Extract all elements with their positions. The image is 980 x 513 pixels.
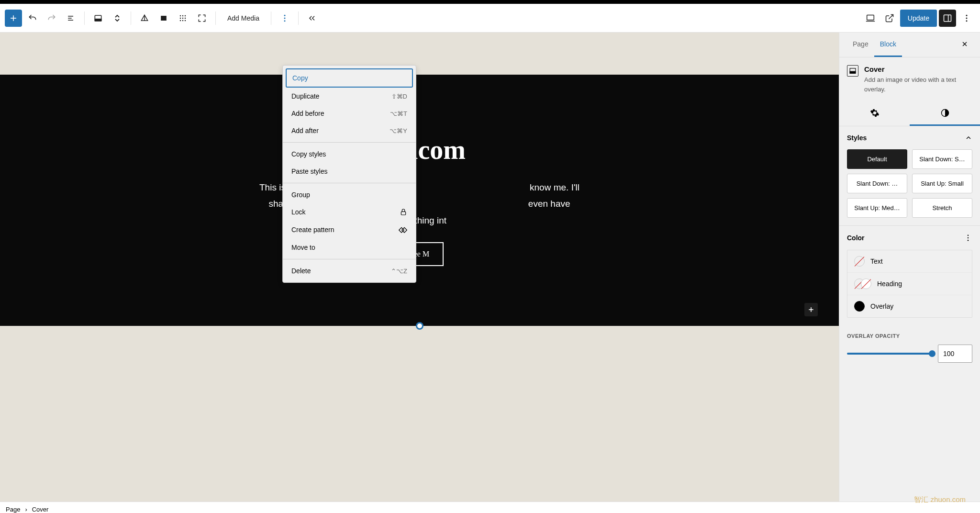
- styles-heading[interactable]: Styles: [839, 126, 980, 149]
- color-section: Color Text Heading Overlay: [839, 226, 980, 325]
- align-icon: [140, 13, 149, 23]
- ctx-duplicate[interactable]: Duplicate⇧⌘D: [286, 88, 413, 105]
- chevron-down-icon: [114, 18, 120, 22]
- black-swatch-icon: [854, 301, 865, 312]
- content-position-button[interactable]: [155, 10, 172, 27]
- svg-rect-8: [161, 16, 167, 21]
- view-page-button[interactable]: [881, 10, 898, 27]
- add-block-button[interactable]: [5, 10, 22, 27]
- breadcrumb: Page › Cover: [0, 502, 980, 513]
- ctx-group[interactable]: Group: [286, 186, 413, 203]
- ctx-create-pattern[interactable]: Create pattern: [286, 221, 413, 239]
- align-button[interactable]: [136, 10, 153, 27]
- mode-styles[interactable]: [910, 101, 980, 126]
- ctx-copy-styles[interactable]: Copy styles: [286, 145, 413, 163]
- settings-toggle-button[interactable]: [939, 10, 956, 27]
- dots-vertical-icon[interactable]: [964, 234, 972, 242]
- style-default[interactable]: Default: [847, 149, 907, 169]
- main-more-button[interactable]: [958, 10, 975, 27]
- list-view-button[interactable]: [62, 10, 79, 27]
- cover-block[interactable]: Welcom This is my little home away fronk…: [0, 75, 839, 326]
- collapse-button[interactable]: [303, 10, 321, 27]
- divider: [84, 11, 85, 25]
- divider: [215, 11, 216, 25]
- toggle-full-button[interactable]: [174, 10, 191, 27]
- breadcrumb-current[interactable]: Cover: [32, 506, 49, 513]
- undo-button[interactable]: [24, 10, 41, 27]
- overlay-opacity-section: OVERLAY OPACITY: [839, 325, 980, 370]
- lock-icon: [400, 208, 407, 216]
- svg-point-19: [284, 17, 285, 19]
- watermark: 智汇 zhuon.com: [914, 495, 966, 504]
- plus-icon: [9, 13, 18, 23]
- tab-page[interactable]: Page: [847, 33, 874, 57]
- sidebar-icon: [943, 13, 952, 23]
- plus-icon: [807, 306, 815, 313]
- ctx-add-before[interactable]: Add before⌥⌘T: [286, 105, 413, 122]
- ctx-add-after[interactable]: Add after⌥⌘Y: [286, 122, 413, 139]
- more-options-button[interactable]: [276, 10, 293, 27]
- editor-canvas[interactable]: Welcom This is my little home away fronk…: [0, 33, 839, 502]
- settings-sidebar: Page Block Cover Add an image or video w…: [839, 33, 980, 502]
- fullscreen-button[interactable]: [193, 10, 211, 27]
- cover-block-button[interactable]: [89, 10, 107, 27]
- svg-point-18: [284, 14, 285, 16]
- color-heading[interactable]: Heading: [847, 273, 972, 295]
- svg-point-27: [966, 17, 968, 19]
- ctx-copy[interactable]: Copy: [286, 68, 413, 88]
- color-text[interactable]: Text: [847, 250, 972, 273]
- empty-swatch-icon: [854, 256, 865, 267]
- redo-button[interactable]: [43, 10, 60, 27]
- empty-swatch-pair-icon: [854, 279, 871, 289]
- color-overlay[interactable]: Overlay: [847, 295, 972, 317]
- breadcrumb-root[interactable]: Page: [6, 506, 20, 513]
- opacity-label: OVERLAY OPACITY: [847, 333, 972, 339]
- svg-point-28: [966, 20, 968, 22]
- style-slant-up-small[interactable]: Slant Up: Small: [912, 174, 972, 193]
- block-info: Cover Add an image or video with a text …: [839, 57, 980, 101]
- grid-icon: [178, 13, 188, 23]
- svg-point-40: [968, 237, 969, 238]
- svg-rect-31: [401, 212, 405, 215]
- svg-point-20: [284, 20, 285, 22]
- fill-icon: [159, 13, 168, 23]
- style-slant-down-small[interactable]: Slant Down: S…: [912, 149, 972, 169]
- ctx-paste-styles[interactable]: Paste styles: [286, 163, 413, 180]
- drag-handle[interactable]: [109, 10, 126, 27]
- svg-point-13: [182, 17, 184, 19]
- svg-point-41: [968, 240, 969, 241]
- redo-icon: [47, 13, 56, 23]
- mode-settings[interactable]: [839, 101, 910, 126]
- ctx-move-to[interactable]: Move to: [286, 239, 413, 256]
- ctx-lock[interactable]: Lock: [286, 203, 413, 221]
- resize-handle[interactable]: [416, 322, 423, 330]
- block-name: Cover: [864, 65, 972, 73]
- ctx-delete[interactable]: Delete⌃⌥Z: [286, 262, 413, 279]
- cover-block-icon: [847, 65, 858, 77]
- close-sidebar-button[interactable]: [957, 36, 972, 54]
- style-slant-up-med[interactable]: Slant Up: Med…: [847, 198, 907, 218]
- chevron-up-icon: [965, 134, 972, 142]
- svg-line-23: [889, 14, 893, 19]
- chevron-up-icon: [114, 14, 120, 18]
- tab-block[interactable]: Block: [874, 33, 902, 57]
- block-description: Add an image or video with a text overla…: [864, 75, 972, 94]
- update-button[interactable]: Update: [900, 10, 937, 27]
- divider: [298, 11, 299, 25]
- svg-point-16: [182, 20, 184, 21]
- device-preview-button[interactable]: [862, 10, 879, 27]
- slider-thumb[interactable]: [929, 350, 935, 357]
- opacity-input[interactable]: [938, 345, 972, 363]
- add-inner-block-button[interactable]: [804, 303, 818, 316]
- svg-rect-37: [850, 71, 856, 73]
- svg-point-10: [182, 15, 184, 16]
- style-stretch[interactable]: Stretch: [912, 198, 972, 218]
- svg-point-9: [180, 15, 181, 16]
- opacity-slider[interactable]: [847, 353, 932, 355]
- top-toolbar: Add Media Update: [0, 4, 980, 33]
- style-slant-down-med[interactable]: Slant Down: …: [847, 174, 907, 193]
- contrast-icon: [940, 108, 950, 118]
- add-media-button[interactable]: Add Media: [221, 11, 266, 26]
- chevron-right-icon: ›: [25, 506, 27, 513]
- svg-point-14: [185, 17, 186, 19]
